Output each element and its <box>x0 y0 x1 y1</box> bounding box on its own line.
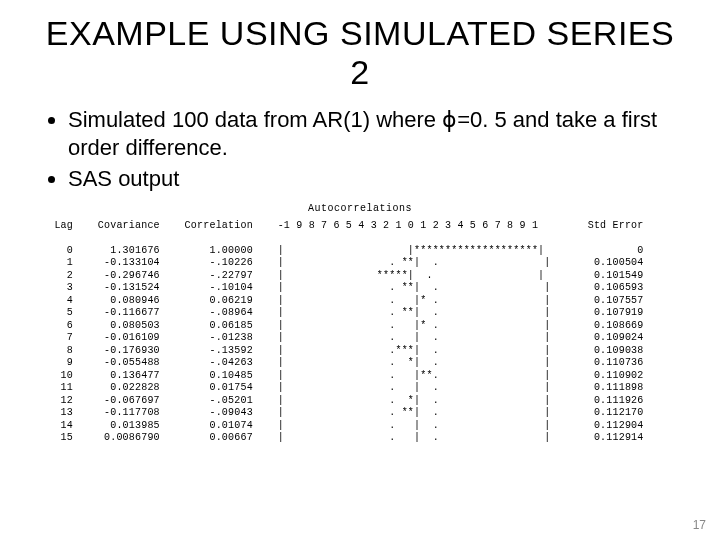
sas-section-title: Autocorrelations <box>40 203 680 214</box>
sas-output-block: Lag Covariance Correlation -1 9 8 7 6 5 … <box>42 220 680 445</box>
bullet-1: Simulated 100 data from AR(1) where ϕ=0.… <box>68 106 680 161</box>
bullet-2: SAS output <box>68 165 680 193</box>
bullet-list: Simulated 100 data from AR(1) where ϕ=0.… <box>40 106 680 193</box>
page-title: EXAMPLE USING SIMULATED SERIES 2 <box>40 14 680 92</box>
page-number: 17 <box>693 518 706 532</box>
